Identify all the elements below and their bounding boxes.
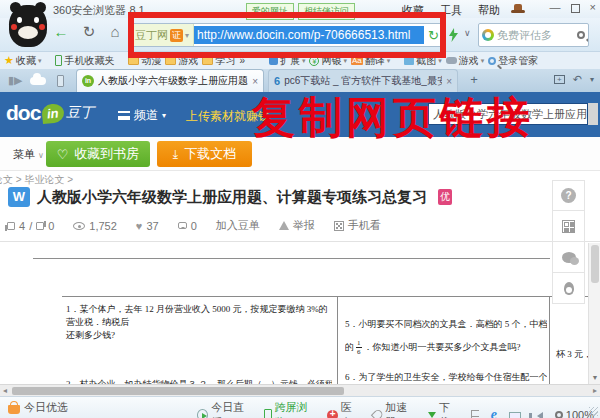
scroll-down-arrow[interactable]: ▼ xyxy=(589,374,600,381)
close-button[interactable]: × xyxy=(590,1,596,13)
undo-close-tab-icon[interactable]: ↶ xyxy=(573,73,582,86)
qr-share-button[interactable] xyxy=(552,211,585,242)
download-manager-button[interactable]: 下载 xyxy=(428,400,459,418)
new-tab-button[interactable]: + xyxy=(466,72,482,88)
doctor-button[interactable]: 医生 xyxy=(327,400,361,418)
scrollbar-thumb[interactable] xyxy=(12,387,344,395)
toolbar-login-manager[interactable]: 登录管家 xyxy=(488,54,538,68)
search-input[interactable]: 免费评估多 xyxy=(497,28,574,43)
question-6: 6．为了学生的卫生安全，学校给每个住宿生配一个水杯，每只水杯 xyxy=(345,371,547,384)
document-viewer[interactable]: 1．某个体户，去年 12 月份营业收入 5000 元，按规定要缴纳 3%的营业税… xyxy=(0,243,588,384)
wechat-icon xyxy=(562,252,576,263)
browser-search-box[interactable]: 免费评估多 xyxy=(478,23,589,47)
tab-title: pc6下载站 _ 官方软件下载基地_最安 xyxy=(284,74,442,88)
heart-icon: ♥ xyxy=(136,220,143,232)
warning-icon xyxy=(279,221,289,230)
menu-help[interactable]: 帮助 xyxy=(478,3,500,18)
breadcrumb: 论文 > 毕业论文 > xyxy=(0,173,73,187)
resize-grip[interactable] xyxy=(589,407,598,416)
mobile-view-link[interactable]: 手机看 xyxy=(334,218,381,233)
restore-tab-icon[interactable]: + xyxy=(554,75,565,84)
comment-count[interactable]: 0 xyxy=(178,220,197,232)
table-divider xyxy=(337,296,338,384)
mascot-avatar-icon[interactable] xyxy=(9,2,47,49)
collect-button[interactable]: ♡ 收藏到书房 xyxy=(46,141,150,167)
vote-stats[interactable]: 4/ 0 xyxy=(7,220,54,232)
question-5-line1: 5．小明要买不同档次的文具盒．高档的 5 个，中档的占总数的 ．． xyxy=(345,318,547,331)
thumb-up-icon[interactable] xyxy=(7,222,15,230)
site-search-button[interactable] xyxy=(588,103,598,125)
sidebar-toggle-icon[interactable]: ▮▶ xyxy=(8,74,23,87)
mode-chevron-icon[interactable]: ∨ xyxy=(464,28,471,38)
horizontal-scrollbar[interactable]: ◂ ▸ xyxy=(0,384,600,396)
scroll-right-arrow[interactable]: ▸ xyxy=(593,386,597,395)
tab-close-icon[interactable]: × xyxy=(446,76,452,87)
scrollbar-thumb[interactable] xyxy=(591,245,599,283)
bookmark-favorites[interactable]: ★收藏▾ xyxy=(4,54,41,68)
page-edge-line xyxy=(33,258,550,259)
thumb-down-icon[interactable] xyxy=(36,222,44,230)
help-button[interactable]: ? xyxy=(552,180,585,211)
daily-picks-button[interactable]: 今日优选 xyxy=(8,400,68,415)
mobile-connect-icon[interactable] xyxy=(57,75,64,87)
fraction: 1 6 xyxy=(356,339,362,356)
eye-icon xyxy=(73,222,85,230)
download-doc-button[interactable]: ⤓ 下载文档 xyxy=(157,141,252,167)
window-mode-button[interactable] xyxy=(509,410,521,418)
docin-logo[interactable]: doc in 豆丁 xyxy=(6,101,94,125)
qq-share-button[interactable] xyxy=(552,273,585,304)
feedback-flag-button[interactable] xyxy=(471,410,479,418)
star-icon: ★ xyxy=(4,54,14,67)
docin-favicon: in xyxy=(82,75,94,87)
qr-icon xyxy=(334,221,344,231)
cloud-sync-icon[interactable] xyxy=(30,77,46,85)
question-5-line2: 的 1 6 ．你知道小明一共要买多少个文具盒吗? xyxy=(345,336,547,358)
mute-button[interactable] xyxy=(533,410,543,418)
stats-row: 4/ 0 1,752 ♥ 37 0 加入豆单 举报 xyxy=(7,218,393,233)
toolbar-games[interactable]: 游戏▾ xyxy=(446,54,485,68)
bookmark-mobile-favorites[interactable]: 手机收藏夹 xyxy=(55,54,114,68)
back-icon[interactable]: ← xyxy=(50,23,72,40)
phone-icon xyxy=(264,409,272,418)
share-sidebar: ? xyxy=(552,180,585,304)
breadcrumb-root[interactable]: 论文 xyxy=(0,174,13,185)
vertical-scrollbar[interactable]: ▼ xyxy=(588,243,600,384)
question-icon: ? xyxy=(561,188,576,203)
medical-cross-icon xyxy=(327,410,337,418)
search-icon[interactable] xyxy=(577,31,585,39)
maximize-button[interactable] xyxy=(571,4,580,13)
tab-list-chevron-icon[interactable]: ▾ xyxy=(590,75,594,84)
download-arrow-icon xyxy=(428,412,436,418)
annotation-label: 复制网页链接 xyxy=(252,89,534,147)
speed-mode-icon[interactable] xyxy=(449,28,458,44)
table-divider xyxy=(549,296,550,384)
tab-title: 人教版小学六年级数学上册应用题、计 xyxy=(98,74,248,88)
magnifier-icon xyxy=(555,411,563,418)
heart-icon: ♡ xyxy=(57,147,69,162)
hamburger-icon xyxy=(118,111,130,120)
play-icon xyxy=(197,409,208,418)
channel-menu[interactable]: 频道 ▾ xyxy=(118,107,166,124)
doc-menu-button[interactable]: 菜单 ∨ xyxy=(13,147,44,162)
skin-hat-icon[interactable] xyxy=(511,4,525,13)
ie-mode-button[interactable]: e xyxy=(491,407,497,418)
page-content: 论文 > 毕业论文 > W 人教版小学六年级数学上册应用题、计算题专项练习总复习… xyxy=(0,171,600,396)
question-1: 1．某个体户，去年 12 月份营业收入 5000 元，按规定要缴纳 3%的营业税… xyxy=(66,303,332,342)
tab-close-icon[interactable]: × xyxy=(252,76,258,87)
gamepad-icon xyxy=(446,57,457,64)
refresh-icon[interactable]: ↻ xyxy=(78,23,100,41)
accelerator-button[interactable]: 加速器 xyxy=(373,400,416,418)
live-button[interactable]: 今日直播 xyxy=(197,400,252,418)
tab-active[interactable]: in 人教版小学六年级数学上册应用题、计 × xyxy=(76,69,264,92)
minimize-button[interactable]: — xyxy=(550,1,561,13)
cross-screen-button[interactable]: 跨屏浏览 xyxy=(264,400,315,418)
search-engine-logo-icon[interactable] xyxy=(482,29,494,41)
scroll-left-arrow[interactable]: ◂ xyxy=(3,386,7,395)
add-to-list-link[interactable]: 加入豆单 xyxy=(216,218,260,233)
breadcrumb-child[interactable]: 毕业论文 xyxy=(24,174,64,185)
flag-icon xyxy=(471,410,479,417)
favorite-count[interactable]: ♥ 37 xyxy=(136,220,159,232)
wechat-share-button[interactable] xyxy=(552,242,585,273)
home-icon[interactable]: ⌂ xyxy=(104,23,126,40)
report-link[interactable]: 举报 xyxy=(279,218,315,233)
